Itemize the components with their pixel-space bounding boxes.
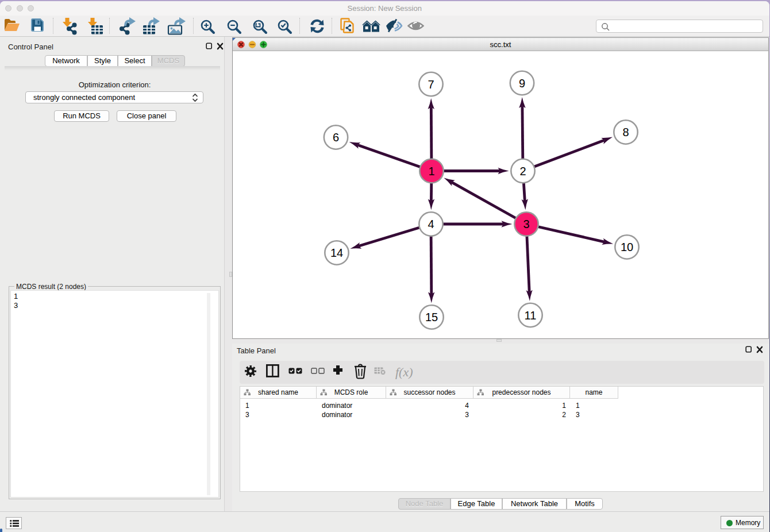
svg-text:10: 10 xyxy=(621,241,633,253)
svg-text:6: 6 xyxy=(333,131,339,144)
svg-text:2: 2 xyxy=(519,165,526,178)
svg-text:3: 3 xyxy=(523,218,529,230)
svg-text:7: 7 xyxy=(428,78,434,91)
svg-text:8: 8 xyxy=(622,126,629,138)
svg-text:9: 9 xyxy=(519,77,525,90)
svg-text:1: 1 xyxy=(428,165,434,178)
svg-text:f(x): f(x) xyxy=(395,365,413,379)
svg-text:15: 15 xyxy=(425,311,438,323)
svg-text:4: 4 xyxy=(428,218,434,230)
svg-text:11: 11 xyxy=(525,309,537,322)
svg-text:14: 14 xyxy=(330,246,343,259)
